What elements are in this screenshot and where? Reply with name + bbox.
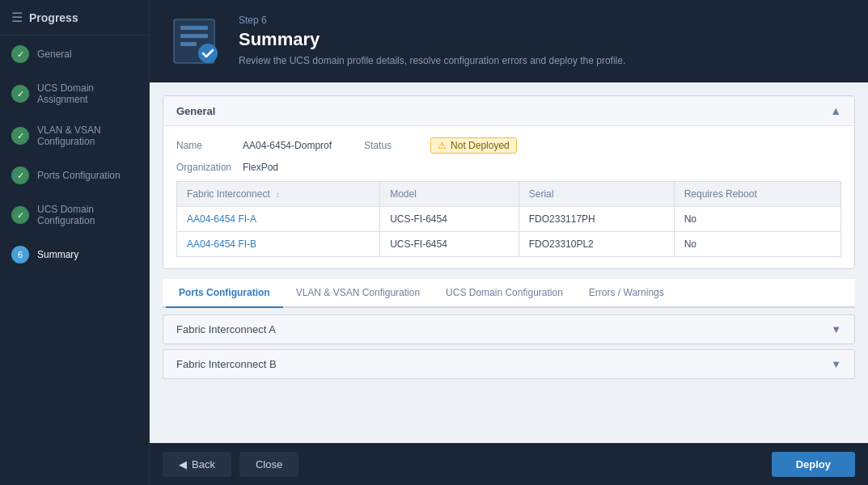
general-fields-row2: Organization FlexPod xyxy=(176,162,841,173)
wizard-step-label: Step 6 xyxy=(239,15,625,26)
fi-cell-reboot: No xyxy=(674,207,840,232)
tab-ports-configuration[interactable]: Ports Configuration xyxy=(166,279,283,308)
wizard-header: Step 6 Summary Review the UCS domain pro… xyxy=(150,0,868,82)
content-area: General ▲ Name AA04-6454-Domprof Status … xyxy=(150,82,868,443)
sidebar-header-label: Progress xyxy=(29,11,78,24)
svg-point-4 xyxy=(198,44,218,63)
chevron-down-icon-a: ▼ xyxy=(831,323,841,335)
fi-table-col-model: Model xyxy=(380,182,519,207)
fi-link[interactable]: AA04-6454 FI-A xyxy=(187,213,256,225)
status-field-group: Status ⚠ Not Deployed xyxy=(364,137,517,154)
table-row: AA04-6454 FI-B UCS-FI-6454 FDO23310PL2 N… xyxy=(177,232,841,257)
svg-rect-3 xyxy=(180,42,197,46)
fi-cell-model: UCS-FI-6454 xyxy=(380,232,519,257)
sidebar-item-ports[interactable]: ✓ Ports Configuration xyxy=(0,157,149,194)
sidebar-item-ucs-domain-assignment[interactable]: ✓ UCS Domain Assignment xyxy=(0,73,149,115)
general-section-body: Name AA04-6454-Domprof Status ⚠ Not Depl… xyxy=(163,126,854,268)
fi-cell-serial: FDO23310PL2 xyxy=(519,232,674,257)
fi-cell-model: UCS-FI-6454 xyxy=(380,207,519,232)
sidebar-item-general[interactable]: ✓ General xyxy=(0,36,149,73)
collapsible-fi-a-title: Fabric Interconnect A xyxy=(176,323,276,335)
close-button[interactable]: Close xyxy=(239,452,299,477)
collapsible-fi-b-title: Fabric Interconnect B xyxy=(176,358,277,370)
wizard-description: Review the UCS domain profile details, r… xyxy=(239,53,625,68)
sidebar-item-vlan-vsan[interactable]: ✓ VLAN & VSAN Configuration xyxy=(0,115,149,157)
step-circle-5: ✓ xyxy=(11,206,29,224)
sidebar-item-label-vlan-vsan: VLAN & VSAN Configuration xyxy=(37,124,138,147)
general-section-header[interactable]: General ▲ xyxy=(163,96,854,126)
deploy-button[interactable]: Deploy xyxy=(772,452,855,477)
org-label: Organization xyxy=(176,162,233,173)
footer: ◀ Back Close Deploy xyxy=(150,443,868,485)
name-label: Name xyxy=(176,140,233,151)
back-arrow-icon: ◀ xyxy=(179,458,187,470)
step-circle-4: ✓ xyxy=(11,167,29,184)
sidebar-item-label-ports: Ports Configuration xyxy=(37,170,121,181)
list-icon: ☰ xyxy=(11,10,23,25)
chevron-up-icon: ▲ xyxy=(830,104,841,117)
tab-ucs-domain-config[interactable]: UCS Domain Configuration xyxy=(433,279,576,308)
general-section: General ▲ Name AA04-6454-Domprof Status … xyxy=(163,95,855,269)
step-circle-3: ✓ xyxy=(11,127,29,145)
wizard-header-text: Step 6 Summary Review the UCS domain pro… xyxy=(239,15,625,68)
sidebar-item-label-ucs-domain-config: UCS Domain Configuration xyxy=(37,204,138,226)
table-row: AA04-6454 FI-A UCS-FI-6454 FDO233117PH N… xyxy=(177,207,841,232)
fi-cell-fi: AA04-6454 FI-B xyxy=(177,232,380,257)
fi-table: Fabric Interconnect ↕ Model Serial Requi… xyxy=(176,181,841,257)
sort-icon: ↕ xyxy=(276,190,280,199)
org-value: FlexPod xyxy=(243,162,278,173)
collapsible-fi-a[interactable]: Fabric Interconnect A ▼ xyxy=(163,314,855,344)
status-badge: ⚠ Not Deployed xyxy=(430,137,517,154)
main-content: Step 6 Summary Review the UCS domain pro… xyxy=(150,0,868,485)
tab-errors-warnings[interactable]: Errors / Warnings xyxy=(576,279,677,308)
fi-link[interactable]: AA04-6454 FI-B xyxy=(187,238,256,250)
fi-cell-fi: AA04-6454 FI-A xyxy=(177,207,380,232)
status-label: Status xyxy=(364,140,421,151)
tabs-bar: Ports Configuration VLAN & VSAN Configur… xyxy=(163,279,855,308)
name-field-group: Name AA04-6454-Domprof xyxy=(176,137,332,154)
step-circle-6: 6 xyxy=(11,246,29,264)
collapsible-sections: Fabric Interconnect A ▼ Fabric Interconn… xyxy=(163,314,855,379)
fi-table-col-fi: Fabric Interconnect ↕ xyxy=(177,182,380,207)
tab-vlan-vsan[interactable]: VLAN & VSAN Configuration xyxy=(283,279,433,308)
sidebar-header: ☰ Progress xyxy=(0,0,149,36)
svg-rect-1 xyxy=(180,26,208,30)
warning-icon: ⚠ xyxy=(438,140,447,151)
general-section-title: General xyxy=(176,105,215,117)
fi-cell-serial: FDO233117PH xyxy=(519,207,674,232)
back-button[interactable]: ◀ Back xyxy=(163,452,231,477)
fi-table-col-reboot: Requires Reboot xyxy=(674,182,840,207)
status-value: Not Deployed xyxy=(451,140,510,151)
step-circle-2: ✓ xyxy=(11,85,29,103)
wizard-title: Summary xyxy=(239,29,625,50)
general-fields-row1: Name AA04-6454-Domprof Status ⚠ Not Depl… xyxy=(176,137,841,154)
svg-rect-2 xyxy=(180,34,208,38)
sidebar: ☰ Progress ✓ General ✓ UCS Domain Assign… xyxy=(0,0,150,485)
sidebar-item-summary[interactable]: 6 Summary xyxy=(0,236,149,273)
step-circle-1: ✓ xyxy=(11,45,29,63)
chevron-down-icon-b: ▼ xyxy=(831,358,841,370)
footer-left-buttons: ◀ Back Close xyxy=(163,452,299,477)
sidebar-item-label-ucs-domain-assignment: UCS Domain Assignment xyxy=(37,82,138,105)
fi-cell-reboot: No xyxy=(674,232,840,257)
wizard-icon xyxy=(166,13,222,70)
fi-table-col-serial: Serial xyxy=(519,182,674,207)
sidebar-item-label-summary: Summary xyxy=(37,249,78,260)
org-field-group: Organization FlexPod xyxy=(176,162,278,173)
sidebar-item-label-general: General xyxy=(37,48,72,60)
collapsible-fi-b[interactable]: Fabric Interconnect B ▼ xyxy=(163,349,855,379)
sidebar-item-ucs-domain-config[interactable]: ✓ UCS Domain Configuration xyxy=(0,194,149,236)
name-value: AA04-6454-Domprof xyxy=(243,140,332,151)
